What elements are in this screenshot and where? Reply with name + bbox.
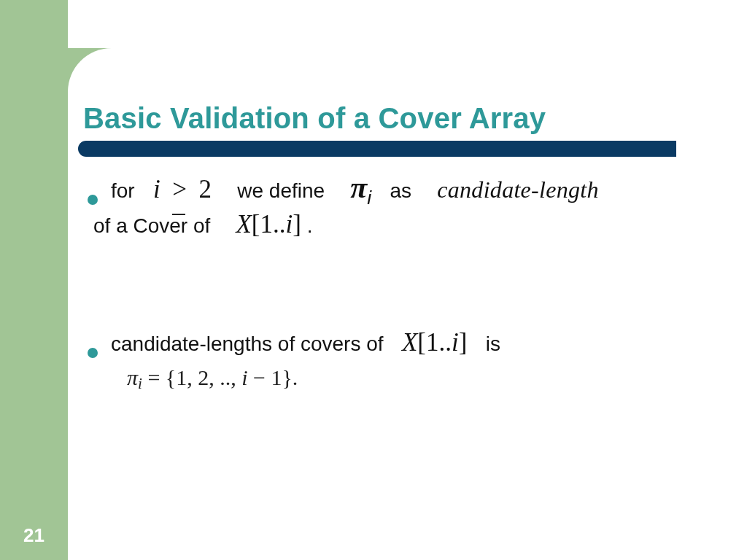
math-i: i — [452, 328, 459, 357]
math-bracket: [1.. — [417, 328, 452, 357]
text: for — [111, 179, 135, 202]
slide-title: Basic Validation of a Cover Array — [83, 102, 546, 135]
corner-cover — [68, 0, 112, 48]
text: . — [307, 214, 313, 237]
math-pi: π — [127, 365, 138, 389]
math-pi: π — [350, 171, 367, 204]
bullet-2: candidate-lengths of covers of X[1..i] i… — [88, 327, 693, 359]
text: as — [390, 179, 412, 202]
math-i: i — [286, 210, 293, 238]
math-pi-sub: i — [367, 187, 371, 209]
math-ge: >_ — [166, 175, 193, 203]
text: candidate-lengths of covers of — [111, 332, 384, 355]
slide: Basic Validation of a Cover Array for i … — [0, 0, 747, 560]
math-bracket: [1.. — [252, 210, 286, 238]
math-i: i — [153, 175, 160, 203]
title-rule — [78, 141, 676, 157]
bullet-icon — [88, 348, 98, 358]
bullet-1-text: for i ≥hide >_ 2 we define πi as candida… — [111, 172, 599, 206]
text: of a Cover of — [93, 214, 210, 237]
math-bracket: ] — [293, 210, 301, 238]
text: is — [486, 332, 500, 355]
content-area: for i ≥hide >_ 2 we define πi as candida… — [88, 172, 693, 390]
text: we define — [237, 179, 325, 202]
bullet-icon — [88, 195, 98, 205]
bullet-2-equation: πi = {1, 2, .., i − 1}. — [127, 365, 693, 390]
bullet-1: for i ≥hide >_ 2 we define πi as candida… — [88, 172, 693, 206]
math-X: X — [236, 210, 251, 238]
math-candidate-length: candidate-length — [437, 176, 599, 203]
corner-accent — [68, 48, 112, 92]
math-pi-sub: i — [138, 375, 142, 392]
page-number: 21 — [0, 516, 68, 560]
math-eq: = {1, 2, .., — [142, 365, 241, 389]
math-i: i — [241, 365, 247, 389]
math-X: X — [402, 328, 417, 357]
math-2: 2 — [199, 175, 212, 203]
sidebar-accent — [0, 0, 68, 560]
bullet-2-text: candidate-lengths of covers of X[1..i] i… — [111, 327, 500, 359]
math-bracket: ] — [459, 328, 468, 357]
math-end: − 1}. — [248, 365, 298, 389]
